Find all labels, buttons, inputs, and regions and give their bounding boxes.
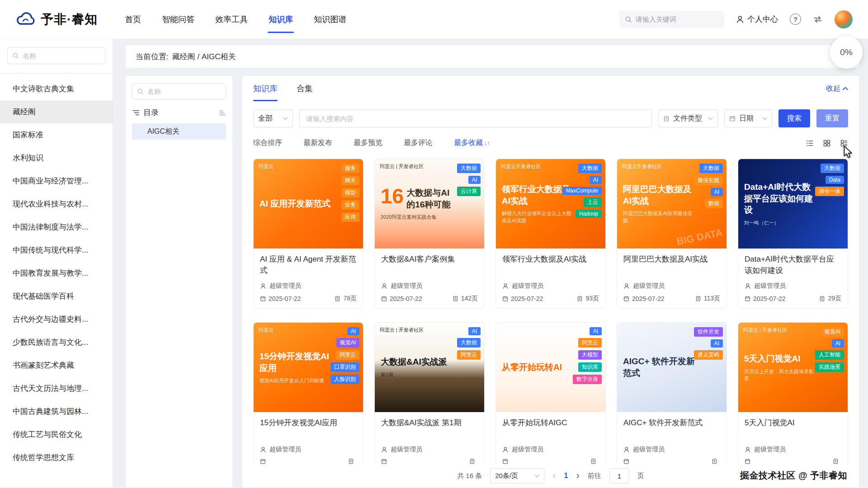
user-center-link[interactable]: 个人中心: [736, 14, 778, 24]
nav-item[interactable]: 智能问答: [162, 0, 194, 38]
catalog-item[interactable]: AIGC相关: [132, 123, 226, 140]
card-author: 超级管理员: [391, 446, 422, 454]
prev-page-button[interactable]: ‹: [552, 471, 556, 481]
library-list-item[interactable]: 中文诗歌古典文集: [0, 77, 113, 100]
knowledge-card[interactable]: 阿里云开发者社区 领军行业大数据及AI实战 解锁九大行业领军企业云上大数据及AI…: [495, 159, 606, 309]
knowledge-card[interactable]: 阿里云 | 开发者社区 5天入门视觉AI 开启云上开发，两大实践场景配套: [738, 322, 848, 470]
nav-item-label: 智能问答: [162, 14, 194, 25]
global-search-input[interactable]: [636, 15, 719, 23]
tab[interactable]: 知识库: [253, 76, 278, 101]
sort-item[interactable]: 最多收藏 ↓↑: [454, 138, 490, 148]
card-view-icon[interactable]: [840, 139, 848, 147]
knowledge-card[interactable]: 阿里云 | 开发者社区 16 大数据与AI的16种可能 2020阿里云案例实践合…: [374, 159, 485, 309]
nav-item[interactable]: 知识图谱: [314, 0, 346, 38]
nav-item[interactable]: 首页: [125, 0, 141, 38]
file-type-select[interactable]: 文件类型: [658, 109, 718, 127]
cover-tags: 大数据 AI MaxCompute 上云 Hadoop: [562, 164, 602, 218]
progress-badge[interactable]: 0%: [830, 36, 863, 69]
library-list-item[interactable]: 传统哲学思想文库: [0, 446, 113, 469]
collapse-all-icon[interactable]: [219, 109, 226, 117]
library-list-item[interactable]: 水利知识: [0, 146, 113, 169]
pages-icon: [335, 296, 340, 302]
card-author-row: 超级管理员: [745, 446, 841, 454]
library-list-item[interactable]: 中国法律制度与法学...: [0, 216, 113, 239]
library-list-item[interactable]: 现代农业科技与农村...: [0, 192, 113, 216]
card-cover: 阿里云 15分钟开发视觉AI应用 视觉AI应用开发从入门到精通: [254, 323, 363, 412]
cover-title: 从零开始玩转AI: [502, 361, 575, 373]
sort-item[interactable]: 最多评论: [404, 138, 434, 148]
chevron-down-icon: [708, 117, 713, 120]
library-list-item[interactable]: 古代天文历法与地理...: [0, 377, 113, 400]
next-page-button[interactable]: ›: [576, 471, 579, 481]
nav-item[interactable]: 效率工具: [215, 0, 248, 38]
page-size-select[interactable]: 20条/页: [490, 468, 544, 483]
knowledge-card[interactable]: 阿里云 15分钟开发视觉AI应用 视觉AI应用开发从入门到精通: [253, 322, 363, 470]
pages-icon: [453, 296, 458, 302]
library-list-item[interactable]: 古代外交与边疆史料...: [0, 308, 113, 331]
knowledge-card[interactable]: 阿里云开发者社区 阿里巴巴大数据及AI实战 阿里巴巴大数据及AI应用最佳实践 B…: [617, 159, 727, 309]
brand-name: 予非·睿知: [41, 11, 98, 28]
tab[interactable]: 合集: [297, 76, 313, 101]
reset-button[interactable]: 重置: [816, 109, 848, 127]
person-icon: [502, 446, 509, 453]
global-search-box[interactable]: [619, 11, 724, 28]
content-search-input[interactable]: [306, 115, 645, 122]
grid-view-icon[interactable]: [823, 139, 831, 147]
card-author-row: 超级管理员: [502, 446, 599, 454]
tag: AI: [468, 176, 481, 184]
library-list-item[interactable]: 中国商业与经济管理...: [0, 169, 113, 192]
sort-item[interactable]: 综合排序: [253, 138, 283, 148]
card-cover: Data+AI时代大数据平台应该如何建设 刘一鸣（仁一） 大数据: [738, 159, 848, 249]
library-list-item[interactable]: 现代基础医学百科: [0, 285, 113, 308]
library-list-item[interactable]: 传统工艺与民俗文化: [0, 423, 113, 446]
page-number[interactable]: 1: [564, 472, 568, 480]
collapse-toggle[interactable]: 收起: [826, 84, 848, 94]
library-list-item[interactable]: 国家标准: [0, 123, 113, 146]
exchange-icon[interactable]: [813, 15, 823, 23]
card-cover: AIGC+ 软件开发新范式 软件开发: [617, 323, 726, 412]
sidebar-search-box[interactable]: [7, 47, 105, 64]
cover-subtitle: 刘一鸣（仁一）: [744, 220, 817, 226]
sort-item[interactable]: 最多预览: [354, 138, 384, 148]
tree-icon: [132, 109, 140, 117]
library-list-item[interactable]: 书画篆刻艺术典藏: [0, 354, 113, 377]
library-list-item[interactable]: 中国教育发展与教学...: [0, 262, 113, 285]
library-item-label: 中国教育发展与教学...: [13, 268, 88, 278]
sort-items: 综合排序 最新发布 最多预览: [253, 138, 490, 148]
sort-item[interactable]: 最新发布: [303, 138, 334, 148]
search-icon: [12, 52, 19, 59]
knowledge-card[interactable]: Data+AI时代大数据平台应该如何建设 刘一鸣（仁一） 大数据: [738, 159, 848, 309]
library-list-item[interactable]: 藏经阁: [0, 100, 113, 123]
help-icon[interactable]: ?: [790, 14, 801, 25]
page-unit-label: 页: [637, 472, 644, 480]
knowledge-card[interactable]: AIGC+ 软件开发新范式 软件开发: [617, 322, 727, 470]
library-list: 中文诗歌古典文集 藏经阁 国家标准 水利知识 中国商业与经济管理...: [0, 77, 113, 469]
card-author-row: 超级管理员: [745, 282, 841, 290]
card-grid: 阿里云 AI 应用开发新范式: [253, 159, 848, 470]
list-view-icon[interactable]: [806, 139, 814, 147]
library-list-item[interactable]: 少数民族语言与文化...: [0, 331, 113, 354]
library-item-label: 中国法律制度与法学...: [13, 222, 88, 232]
avatar[interactable]: [835, 10, 853, 28]
search-button[interactable]: 搜索: [778, 109, 810, 127]
card-meta-row: [260, 458, 357, 465]
nav-item[interactable]: 知识库: [269, 0, 293, 38]
sort-item-label: 最多预览: [354, 138, 382, 148]
knowledge-card[interactable]: 阿里云 AI 应用开发新范式: [253, 159, 363, 309]
sidebar-search-input[interactable]: [23, 52, 100, 60]
library-list-item[interactable]: 中国古典建筑与园林...: [0, 400, 113, 423]
catalog-search-box[interactable]: [132, 83, 226, 99]
card-date: 2025-07-22: [632, 295, 665, 302]
library-list-item[interactable]: 中国传统与现代科学...: [0, 239, 113, 262]
person-icon: [623, 446, 630, 453]
chevron-up-icon: [843, 87, 848, 90]
catalog-search-input[interactable]: [147, 88, 221, 95]
knowledge-card[interactable]: 阿里云 | 开发者社区 大数据&AI实战派 第1期: [374, 322, 485, 470]
content-search-box[interactable]: [299, 109, 652, 127]
knowledge-card[interactable]: 从零开始玩转AI AI: [495, 322, 606, 470]
scope-select[interactable]: 全部: [253, 109, 293, 127]
date-select[interactable]: 日期: [724, 109, 772, 127]
card-meta-row: [623, 458, 720, 465]
goto-page-input[interactable]: [609, 468, 629, 483]
sort-arrows-icon: ↓↑: [484, 140, 490, 146]
